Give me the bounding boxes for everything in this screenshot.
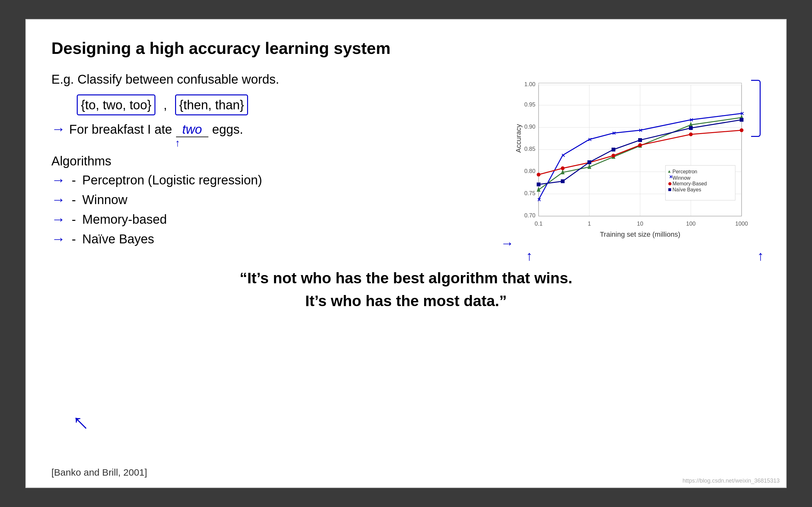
svg-rect-50	[561, 179, 565, 183]
content-area: E.g. Classify between confusable words. …	[51, 70, 761, 248]
breakfast-arrow: →	[51, 121, 65, 137]
algo-arrow-2: →	[51, 211, 65, 227]
word-groups: {to, two, too} , {then, than}	[77, 95, 494, 115]
citation: [Banko and Brill, 2001]	[51, 467, 147, 478]
svg-text:0.90: 0.90	[524, 124, 536, 130]
svg-rect-54	[689, 126, 693, 130]
algo-item-3: → - Naïve Bayes	[51, 231, 494, 247]
breakfast-line: → For breakfast I ate two eggs.	[51, 121, 494, 137]
svg-text:×: ×	[537, 196, 541, 203]
group2-box: {then, than}	[175, 95, 248, 115]
svg-text:×: ×	[588, 136, 592, 143]
svg-text:×: ×	[740, 110, 744, 117]
svg-text:10: 10	[637, 221, 643, 227]
chart-area: → ↑ ↑ Accuracy 0.70 0.75 0.80 0.85	[513, 70, 761, 248]
diagonal-arrow: →	[62, 406, 98, 442]
algo-label-0: Perceptron (Logistic regression)	[82, 173, 262, 187]
chart-bottom-right-arrow: ↑	[757, 248, 764, 264]
svg-text:0.75: 0.75	[524, 190, 536, 196]
algo-arrow-3: →	[51, 231, 65, 247]
svg-rect-63	[668, 188, 671, 191]
svg-text:×: ×	[612, 130, 616, 136]
svg-text:×: ×	[639, 127, 643, 134]
breakfast-text: For breakfast I ate	[69, 122, 172, 136]
left-content: E.g. Classify between confusable words. …	[51, 70, 494, 248]
chart-bottom-up-arrow: ↑	[526, 248, 532, 264]
algorithms-label: Algorithms	[51, 154, 494, 168]
svg-point-43	[561, 166, 565, 170]
svg-text:×: ×	[690, 116, 693, 123]
svg-point-61	[668, 182, 671, 185]
svg-rect-52	[612, 148, 615, 152]
algo-item-2: → - Memory-based	[51, 211, 494, 227]
eggs-text: eggs.	[212, 122, 243, 136]
algorithms-section: Algorithms → - Perceptron (Logistic regr…	[51, 154, 494, 247]
svg-text:1.00: 1.00	[524, 81, 536, 88]
svg-text:Memory-Based: Memory-Based	[672, 181, 707, 186]
svg-text:Accuracy: Accuracy	[514, 124, 522, 153]
example-intro: E.g. Classify between confusable words.	[51, 70, 494, 88]
algo-label-2: Memory-based	[82, 212, 167, 227]
svg-text:100: 100	[686, 221, 696, 227]
group1-box: {to, two, too}	[77, 95, 155, 115]
algo-label-3: Naïve Bayes	[82, 232, 154, 246]
svg-point-45	[612, 154, 615, 158]
svg-text:Winnow: Winnow	[672, 175, 691, 181]
svg-rect-55	[740, 118, 744, 122]
svg-point-48	[740, 128, 744, 132]
chart-left-arrow: →	[501, 236, 514, 251]
svg-text:0.95: 0.95	[524, 101, 536, 108]
accuracy-chart: Accuracy 0.70 0.75 0.80 0.85 0.90 0.95 1…	[513, 70, 761, 248]
svg-text:0.70: 0.70	[524, 212, 536, 219]
svg-text:0.80: 0.80	[524, 168, 536, 174]
svg-text:Naïve Bayes: Naïve Bayes	[672, 187, 701, 192]
svg-text:0.1: 0.1	[535, 221, 542, 227]
quote-line2: It’s who has the most data.”	[51, 290, 761, 313]
algo-item-1: → - Winnow	[51, 192, 494, 208]
algo-arrow-1: →	[51, 192, 65, 208]
annotation-up-arrow: ↑	[175, 137, 494, 149]
svg-text:1000: 1000	[735, 221, 748, 227]
svg-text:Training set size (millions): Training set size (millions)	[600, 230, 680, 238]
svg-rect-53	[638, 138, 642, 142]
svg-point-42	[537, 173, 541, 176]
svg-rect-51	[588, 160, 591, 164]
svg-point-47	[689, 132, 693, 136]
chart-bracket	[751, 80, 761, 137]
svg-rect-49	[537, 182, 541, 186]
svg-text:0.85: 0.85	[524, 146, 536, 152]
algo-item-0: → - Perceptron (Logistic regression)	[51, 172, 494, 188]
slide: Designing a high accuracy learning syste…	[26, 19, 786, 488]
quote: “It’s not who has the best algorithm tha…	[51, 267, 761, 313]
slide-title: Designing a high accuracy learning syste…	[51, 39, 761, 58]
svg-text:×: ×	[561, 152, 565, 159]
example-text: E.g. Classify between confusable words.	[51, 72, 279, 86]
watermark: https://blog.csdn.net/weixin_36815313	[682, 477, 780, 484]
svg-text:1: 1	[588, 221, 591, 227]
svg-text:×: ×	[669, 174, 673, 180]
algo-arrow-0: →	[51, 172, 65, 188]
svg-text:Perceptron: Perceptron	[672, 169, 697, 174]
svg-point-46	[638, 143, 642, 147]
blank-word: two	[176, 122, 208, 137]
quote-line1: “It’s not who has the best algorithm tha…	[51, 267, 761, 290]
algo-label-1: Winnow	[82, 193, 127, 207]
